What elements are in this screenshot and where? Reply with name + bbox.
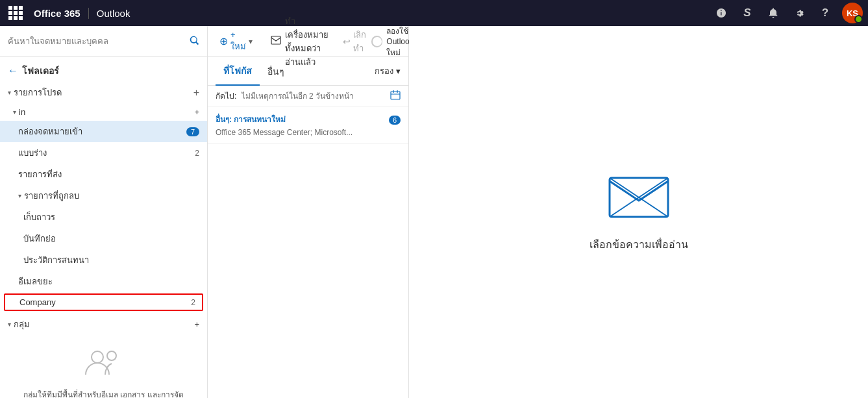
drafts-item[interactable]: แบบร่าง 2 [0,142,207,164]
sent-item[interactable]: รายการที่ส่ง [0,164,207,185]
drafts-badge: 2 [195,149,199,158]
skype-icon[interactable] [710,1,733,25]
new-email-plus-icon: ⊕ [219,35,228,47]
empty-state-text: เลือกข้อความเพื่ออ่าน [589,236,688,253]
app-title: Office 365 [29,8,89,19]
email-subject: อื่นๆ: การสนทนาใหม่ [216,113,286,125]
filter-row: กัดไป: ไม่มีเหตุการณ์ในอีก 2 วันข้างหน้า [208,86,408,106]
top-nav: Office 365 Outlook S ? KS [0,0,868,26]
new-email-chevron: ▾ [249,37,253,46]
sent-label: รายการที่ส่ง [18,168,62,181]
folder-tree: ← โฟลเดอร์ ▾ รายการโปรด + ▾ in + [0,57,207,398]
notes-label: บันทึกย่อ [23,232,56,245]
email-preview: Office 365 Message Center; Microsoft... [216,128,401,137]
empty-email-icon [606,171,671,223]
envelope-icon [271,36,281,47]
new-email-label: + ใหม่ [230,30,246,53]
email-list: อื่นๆ: การสนทนาใหม่ 6 Office 365 Message… [208,106,408,398]
email-tabs: ที่โฟกัส อื่นๆ กรอง ▾ [208,57,408,86]
groups-label: กลุ่ม [14,317,30,331]
junk-label: อีเมลขยะ [18,275,53,288]
in-add-icon[interactable]: + [194,107,199,117]
folders-label: โฟลเดอร์ [22,64,59,78]
filter-label: กรอง [375,64,393,78]
archive-label: เก็บถาวร [23,210,55,224]
sidebar: ← โฟลเดอร์ ▾ รายการโปรด + ▾ in + [0,26,208,398]
conversation-history-item[interactable]: ประวัติการสนทนา [0,249,207,271]
in-label: in [19,107,25,117]
email-reading-pane: เลือกข้อความเพื่ออ่าน [409,26,868,398]
waffle-menu[interactable] [5,3,26,23]
outlook-toggle-switch[interactable] [371,36,382,47]
email-list-panel: ⊕ + ใหม่ ▾ ทำเครื่องหมายทั้งหมดว่าอ่านแล… [208,26,409,398]
drafts-label: แบบร่าง [18,146,47,160]
other-tab[interactable]: อื่นๆ [260,58,292,85]
bell-icon[interactable] [762,1,785,25]
svg-rect-2 [271,36,280,44]
new-email-button[interactable]: ⊕ + ใหม่ ▾ [216,27,256,56]
focused-tab[interactable]: ที่โฟกัส [216,57,260,86]
favorites-add-icon[interactable]: + [193,87,199,99]
settings-icon[interactable] [787,1,811,25]
favorites-label: รายการโปรด [14,86,62,99]
app-name: Outlook [97,8,130,19]
filter-prefix: กัดไป: [216,92,236,101]
inbox-label: กล่องจดหมายเข้า [18,125,82,138]
undo-label: เลิกทำ [353,28,366,55]
email-badge: 6 [389,116,401,125]
undo-icon: ↩ [343,36,351,47]
deleted-label: รายการที่ถูกลบ [24,189,79,203]
email-toolbar: ⊕ + ใหม่ ▾ ทำเครื่องหมายทั้งหมดว่าอ่านแล… [208,26,408,57]
calendar-icon[interactable] [390,90,401,102]
folders-header[interactable]: ← โฟลเดอร์ [0,60,207,82]
company-badge: 2 [191,298,195,307]
filter-button[interactable]: กรอง ▾ [375,64,401,78]
groups-section[interactable]: ▾ กลุ่ม + [0,314,207,335]
undo-button[interactable]: ↩ เลิกทำ [343,28,366,55]
groups-empty-area: กลุ่มให้ทีมมีพื้นที่สำหรับอีเมล เอกสาร แ… [0,335,207,398]
email-item[interactable]: อื่นๆ: การสนทนาใหม่ 6 Office 365 Message… [208,106,408,144]
filter-chevron-icon: ▾ [396,66,401,76]
search-input[interactable] [8,36,184,46]
svg-point-1 [107,351,116,360]
email-item-header: อื่นๆ: การสนทนาใหม่ 6 [216,113,401,127]
skype-logo-icon[interactable]: S [736,1,759,25]
favorites-section[interactable]: ▾ รายการโปรด + [0,82,207,103]
avatar[interactable]: KS [842,3,863,23]
svg-rect-3 [391,92,400,99]
inbox-item[interactable]: กล่องจดหมายเข้า 7 [0,121,207,142]
company-label: Company [19,297,56,307]
conversation-history-label: ประวัติการสนทนา [23,253,89,267]
svg-point-0 [92,351,103,363]
archive-item[interactable]: เก็บถาวร [0,206,207,228]
groups-desc: กลุ่มให้ทีมมีพื้นที่สำหรับอีเมล เอกสาร แ… [10,389,197,398]
company-item[interactable]: Company 2 [4,293,203,311]
search-icon[interactable] [189,35,199,48]
groups-add-icon[interactable]: + [194,319,199,329]
junk-item[interactable]: อีเมลขยะ [0,271,207,292]
inbox-badge: 7 [186,127,199,136]
help-icon[interactable]: ? [813,1,837,25]
deleted-section[interactable]: ▾ รายการที่ถูกลบ [0,185,207,206]
notes-item[interactable]: บันทึกย่อ [0,228,207,249]
search-bar [0,26,207,57]
in-section[interactable]: ▾ in + [0,103,207,121]
waffle-icon [8,6,23,20]
filter-text: ไม่มีเหตุการณ์ในอีก 2 วันข้างหน้า [242,92,354,101]
groups-people-icon [84,345,123,384]
